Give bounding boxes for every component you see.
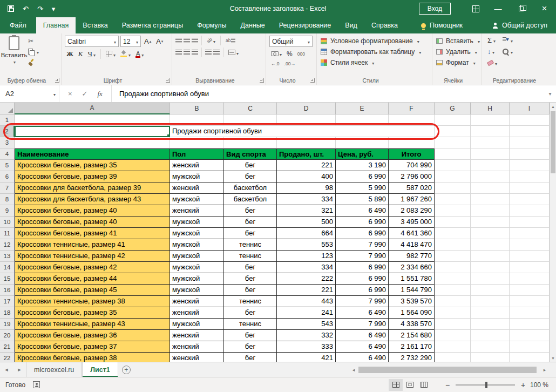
row-header-7[interactable]: 7 xyxy=(0,183,15,194)
cell-H13[interactable] xyxy=(471,251,510,262)
cell-D6[interactable]: 400 xyxy=(277,171,336,183)
column-header-H[interactable]: H xyxy=(471,103,510,114)
autosum-button[interactable]: Σ xyxy=(487,36,497,45)
row-header-14[interactable]: 14 xyxy=(0,262,15,273)
cell-A4[interactable]: Наименование xyxy=(15,148,170,160)
ribbon-tab-Вид[interactable]: Вид xyxy=(338,17,364,33)
cell-B20[interactable]: женский xyxy=(170,330,224,341)
cell-E1[interactable] xyxy=(336,114,389,126)
cell-E6[interactable]: 6 990 xyxy=(336,171,389,183)
tab-file[interactable]: Файл xyxy=(0,17,36,33)
cell-D13[interactable]: 123 xyxy=(277,251,336,262)
zoom-slider-thumb[interactable] xyxy=(485,382,487,388)
cell-H3[interactable] xyxy=(471,137,510,148)
cell-A2[interactable] xyxy=(15,126,170,137)
cell-C13[interactable]: теннис xyxy=(224,251,277,262)
cell-G3[interactable] xyxy=(435,137,471,148)
restore-button[interactable] xyxy=(510,0,533,17)
cell-C11[interactable]: бег xyxy=(224,228,277,239)
row-header-2[interactable]: 2 xyxy=(0,126,15,137)
ribbon-tab-Справка[interactable]: Справка xyxy=(364,17,405,33)
align-right-icon[interactable] xyxy=(192,50,198,55)
underline-button[interactable]: Ч xyxy=(86,49,97,59)
cell-H19[interactable] xyxy=(471,319,510,330)
column-header-A[interactable]: A xyxy=(15,103,170,114)
sheet-nav-right-icon[interactable]: ▸ xyxy=(13,362,26,377)
increase-font-button[interactable]: А▴ xyxy=(143,37,153,46)
column-header-D[interactable]: D xyxy=(277,103,336,114)
row-header-6[interactable]: 6 xyxy=(0,171,15,183)
cell-I5[interactable] xyxy=(510,160,550,171)
cell-F17[interactable]: 3 539 570 xyxy=(389,296,435,307)
cell-E10[interactable]: 6 990 xyxy=(336,217,389,228)
column-header-G[interactable]: G xyxy=(435,103,471,114)
cell-H20[interactable] xyxy=(471,330,510,341)
align-bottom-icon[interactable] xyxy=(192,38,198,43)
cell-G4[interactable] xyxy=(435,148,471,160)
cell-F20[interactable]: 2 154 680 xyxy=(389,330,435,341)
cell-A13[interactable]: Кроссовки теннисные, размер 42 xyxy=(15,251,170,262)
cell-D5[interactable]: 221 xyxy=(277,160,336,171)
cell-A3[interactable] xyxy=(15,137,170,148)
comma-style-button[interactable]: 000 xyxy=(296,51,307,57)
copy-button[interactable] xyxy=(28,48,39,56)
cell-I15[interactable] xyxy=(510,273,550,285)
cell-D1[interactable] xyxy=(277,114,336,126)
cell-B21[interactable]: женский xyxy=(170,341,224,353)
normal-view-button[interactable] xyxy=(389,379,403,391)
percent-style-button[interactable]: % xyxy=(285,50,294,58)
cell-I17[interactable] xyxy=(510,296,550,307)
format-painter-button[interactable] xyxy=(28,59,39,66)
insert-cells-button[interactable]: Вставить xyxy=(432,36,482,46)
row-header-18[interactable]: 18 xyxy=(0,307,15,319)
cell-A6[interactable]: Кроссовки беговые, размер 39 xyxy=(15,171,170,183)
cell-D7[interactable]: 98 xyxy=(277,183,336,194)
sheet-tab-microexcel.ru[interactable]: microexcel.ru xyxy=(26,362,82,377)
format-as-table-button[interactable]: Форматировать как таблицу xyxy=(317,46,432,57)
cell-I11[interactable] xyxy=(510,228,550,239)
cell-E15[interactable]: 6 990 xyxy=(336,273,389,285)
cell-G20[interactable] xyxy=(435,330,471,341)
cell-H10[interactable] xyxy=(471,217,510,228)
cell-E4[interactable]: Цена, руб. xyxy=(336,148,389,160)
row-header-5[interactable]: 5 xyxy=(0,160,15,171)
borders-button[interactable] xyxy=(104,50,117,59)
cell-I9[interactable] xyxy=(510,205,550,217)
cell-G5[interactable] xyxy=(435,160,471,171)
cell-F16[interactable]: 1 544 790 xyxy=(389,285,435,296)
cell-C19[interactable]: теннис xyxy=(224,319,277,330)
cell-A19[interactable]: Кроссовки теннисные, размер 43 xyxy=(15,319,170,330)
cell-H11[interactable] xyxy=(471,228,510,239)
insert-function-icon[interactable]: fx xyxy=(98,90,103,98)
column-header-C[interactable]: C xyxy=(224,103,277,114)
cell-I16[interactable] xyxy=(510,285,550,296)
cell-H7[interactable] xyxy=(471,183,510,194)
cell-A9[interactable]: Кроссовки беговые, размер 40 xyxy=(15,205,170,217)
wrap-text-button[interactable]: ab xyxy=(224,37,236,44)
cell-H18[interactable] xyxy=(471,307,510,319)
sign-in-button[interactable]: Вход xyxy=(419,3,451,15)
cell-C14[interactable]: бег xyxy=(224,262,277,273)
cell-I18[interactable] xyxy=(510,307,550,319)
cell-I3[interactable] xyxy=(510,137,550,148)
column-header-F[interactable]: F xyxy=(389,103,435,114)
row-header-10[interactable]: 10 xyxy=(0,217,15,228)
cell-F1[interactable] xyxy=(389,114,435,126)
cell-G21[interactable] xyxy=(435,341,471,353)
cell-F15[interactable]: 1 551 780 xyxy=(389,273,435,285)
cell-I21[interactable] xyxy=(510,341,550,353)
row-header-1[interactable]: 1 xyxy=(0,114,15,126)
save-icon[interactable] xyxy=(8,5,14,12)
cell-C20[interactable]: бег xyxy=(224,330,277,341)
cell-E19[interactable]: 7 990 xyxy=(336,319,389,330)
cell-C10[interactable]: бег xyxy=(224,217,277,228)
cell-D4[interactable]: Продано, шт. xyxy=(277,148,336,160)
cell-G8[interactable] xyxy=(435,194,471,205)
cell-A8[interactable]: Кроссовки для баскетбола, размер 43 xyxy=(15,194,170,205)
cell-A17[interactable]: Кроссовки теннисные, размер 38 xyxy=(15,296,170,307)
cell-F22[interactable]: 2 732 290 xyxy=(389,353,435,362)
cell-C17[interactable]: теннис xyxy=(224,296,277,307)
cell-C22[interactable]: бег xyxy=(224,353,277,362)
page-layout-view-button[interactable] xyxy=(403,379,417,391)
vertical-scroll-thumb[interactable] xyxy=(551,111,555,173)
